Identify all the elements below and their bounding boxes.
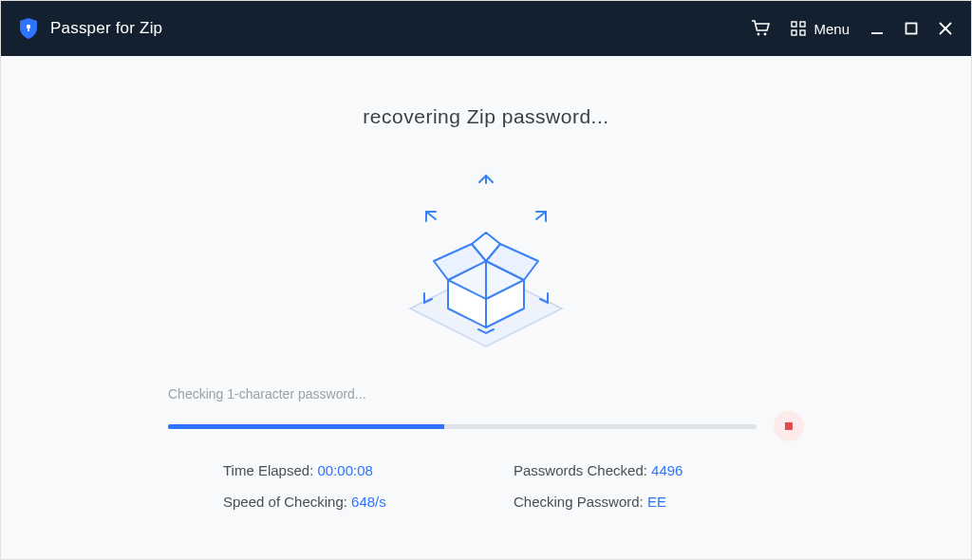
cart-icon[interactable]: [751, 20, 770, 37]
stop-button[interactable]: [774, 411, 804, 441]
stat-passwords-checked: Passwords Checked: 4496: [514, 462, 804, 478]
progress-status-text: Checking 1-character password...: [168, 386, 804, 401]
app-title: Passper for Zip: [50, 19, 162, 38]
svg-rect-4: [792, 22, 796, 27]
content-area: recovering Zip password...: [1, 56, 971, 559]
stat-label: Passwords Checked:: [514, 462, 651, 478]
stat-time-elapsed: Time Elapsed: 00:00:08: [223, 462, 514, 478]
app-window: Passper for Zip Menu: [0, 0, 972, 560]
grid-icon: [791, 21, 806, 36]
svg-point-3: [764, 33, 767, 36]
stats-grid: Time Elapsed: 00:00:08 Speed of Checking…: [168, 462, 804, 510]
progress-fill: [168, 424, 444, 429]
minimize-button[interactable]: [870, 22, 884, 35]
stat-label: Checking Password:: [514, 494, 647, 510]
stop-icon: [785, 422, 793, 430]
stat-label: Speed of Checking:: [223, 494, 351, 510]
titlebar-right: Menu: [751, 20, 952, 37]
svg-point-2: [757, 33, 760, 36]
box-illustration: [377, 166, 595, 360]
stat-checking-password: Checking Password: EE: [514, 494, 804, 510]
progress-row: [168, 411, 804, 441]
stat-value: 648/s: [351, 494, 386, 510]
titlebar-left: Passper for Zip: [18, 17, 162, 40]
stat-label: Time Elapsed:: [223, 462, 318, 478]
svg-rect-7: [800, 30, 805, 35]
svg-rect-5: [800, 22, 805, 27]
titlebar: Passper for Zip Menu: [1, 1, 971, 56]
progress-section: Checking 1-character password... Time El…: [168, 386, 804, 510]
svg-rect-1: [28, 28, 29, 31]
app-shield-icon: [18, 17, 39, 40]
stat-value: EE: [647, 494, 666, 510]
maximize-button[interactable]: [905, 22, 918, 35]
stat-value: 00:00:08: [318, 462, 373, 478]
progress-bar: [168, 424, 757, 429]
stats-col-right: Passwords Checked: 4496 Checking Passwor…: [514, 462, 804, 510]
stat-speed: Speed of Checking: 648/s: [223, 494, 514, 510]
menu-button[interactable]: Menu: [791, 21, 850, 37]
stat-value: 4496: [651, 462, 682, 478]
menu-label: Menu: [813, 21, 850, 37]
svg-rect-6: [792, 30, 796, 35]
page-headline: recovering Zip password...: [363, 105, 608, 128]
close-button[interactable]: [939, 22, 952, 35]
svg-rect-9: [907, 24, 917, 34]
stats-col-left: Time Elapsed: 00:00:08 Speed of Checking…: [223, 462, 514, 510]
